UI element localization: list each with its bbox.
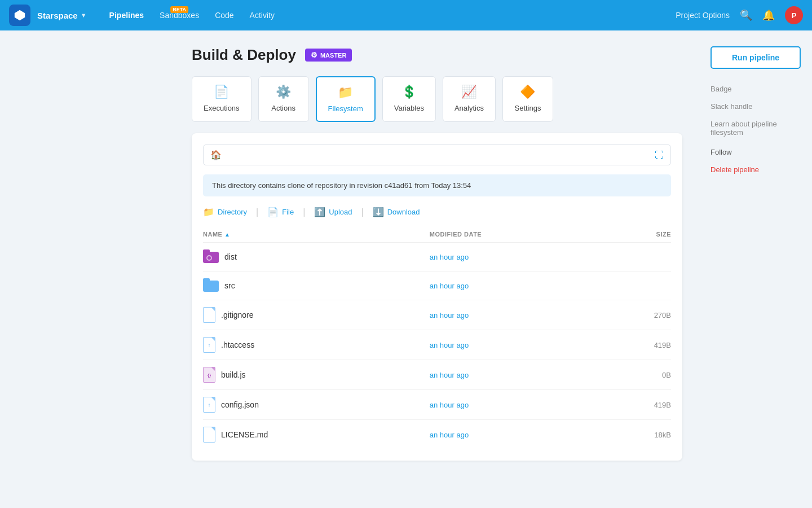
file-name: build.js [221, 370, 246, 379]
tab-variables[interactable]: 💲 Variables [382, 76, 436, 122]
tab-bar: 📄 Executions ⚙️ Actions 📁 Filesystem 💲 V… [192, 76, 682, 122]
sidebar-right: Run pipeline Badge Slack handle Learn ab… [699, 30, 812, 508]
tab-actions-label: Actions [271, 104, 295, 112]
file-modified: an hour ago [430, 243, 611, 271]
settings-icon: 🔶 [520, 85, 535, 99]
master-badge: ⚙ MASTER [305, 49, 352, 62]
file-size: 419B [611, 390, 671, 420]
table-row[interactable]: .gitignore an hour ago270B [203, 300, 671, 330]
file-name: .htaccess [221, 340, 254, 349]
file-table: NAME ▲ MODIFIED DATE SIZE dist an hour [203, 226, 671, 449]
tab-settings-label: Settings [514, 104, 541, 112]
tab-executions-label: Executions [204, 104, 240, 112]
file-modified: an hour ago [430, 271, 611, 300]
file-name: config.json [221, 400, 259, 409]
beta-badge: BETA [170, 6, 188, 13]
file-name: dist [224, 252, 237, 261]
main-content: Build & Deploy ⚙ MASTER 📄 Executions ⚙️ … [175, 30, 699, 508]
tab-filesystem[interactable]: 📁 Filesystem [316, 76, 376, 122]
directory-icon: 📁 [203, 207, 214, 217]
file-button[interactable]: 📄 File [258, 207, 303, 217]
file-size [611, 243, 671, 271]
table-row[interactable]: LICENSE.md an hour ago18kB [203, 420, 671, 450]
page-title-area: Build & Deploy ⚙ MASTER [192, 46, 682, 64]
action-buttons: 📁 Directory | 📄 File | ⬆️ Upload | ⬇️ Do… [203, 207, 671, 217]
path-bar: 🏠 ⛶ [203, 144, 671, 165]
file-size: 419B [611, 330, 671, 360]
info-bar: This directory contains clone of reposit… [203, 174, 671, 196]
follow-link[interactable]: Follow [710, 148, 801, 156]
col-name[interactable]: NAME ▲ [203, 226, 430, 243]
file-name: src [224, 281, 235, 290]
tab-actions[interactable]: ⚙️ Actions [258, 76, 309, 122]
table-row[interactable]: dist an hour ago [203, 243, 671, 271]
sidebar-left [0, 30, 175, 508]
file-modified: an hour ago [430, 300, 611, 330]
table-row[interactable]: ↑ config.json an hour ago419B [203, 390, 671, 420]
run-pipeline-button[interactable]: Run pipeline [710, 46, 801, 69]
file-size: 270B [611, 300, 671, 330]
file-icon-licensemd [203, 427, 215, 443]
file-name: LICENSE.md [221, 430, 268, 439]
nav-sandboxes[interactable]: BETA Sandboxes [160, 11, 199, 20]
analytics-icon: 📈 [461, 85, 476, 99]
file-size: 18kB [611, 420, 671, 450]
project-options-link[interactable]: Project Options [676, 11, 730, 20]
tab-analytics-label: Analytics [454, 104, 484, 112]
file-icon: 📄 [267, 207, 279, 217]
search-icon[interactable]: 🔍 [740, 9, 752, 21]
actions-icon: ⚙️ [276, 85, 291, 99]
home-icon[interactable]: 🏠 [210, 150, 222, 160]
avatar[interactable]: P [785, 6, 803, 24]
page-title: Build & Deploy [192, 46, 296, 64]
upload-icon: ⬆️ [314, 207, 325, 217]
table-row[interactable]: {} build.js an hour ago0B [203, 360, 671, 390]
filesystem-icon: 📁 [338, 85, 353, 100]
svg-marker-0 [15, 10, 25, 20]
file-modified: an hour ago [430, 360, 611, 390]
bell-icon[interactable]: 🔔 [762, 9, 775, 21]
tab-analytics[interactable]: 📈 Analytics [443, 76, 496, 122]
file-icon-gitignore [203, 307, 215, 323]
file-icon-src [203, 278, 219, 293]
sort-arrow-icon: ▲ [224, 231, 230, 238]
app-logo[interactable] [9, 5, 30, 26]
learn-link[interactable]: Learn about pipeline filesystem [710, 120, 801, 137]
col-modified: MODIFIED DATE [430, 226, 611, 243]
file-size [611, 271, 671, 300]
table-row[interactable]: ↑ .htaccess an hour ago419B [203, 330, 671, 360]
table-row[interactable]: src an hour ago [203, 271, 671, 300]
file-modified: an hour ago [430, 330, 611, 360]
upload-button[interactable]: ⬆️ Upload [305, 207, 361, 217]
tab-settings[interactable]: 🔶 Settings [502, 76, 553, 122]
nav-links: Pipelines BETA Sandboxes Code Activity [109, 11, 676, 20]
col-size: SIZE [611, 226, 671, 243]
expand-icon[interactable]: ⛶ [655, 150, 664, 160]
tab-executions[interactable]: 📄 Executions [192, 76, 251, 122]
badge-link[interactable]: Badge [710, 85, 801, 93]
download-button[interactable]: ⬇️ Download [364, 207, 429, 217]
file-icon-configjson: ↑ [203, 397, 215, 413]
file-name: .gitignore [221, 310, 254, 319]
variables-icon: 💲 [401, 85, 417, 99]
file-modified: an hour ago [430, 390, 611, 420]
file-icon-htaccess: ↑ [203, 337, 215, 353]
download-icon: ⬇️ [373, 207, 384, 217]
file-modified: an hour ago [430, 420, 611, 450]
slack-handle-link[interactable]: Slack handle [710, 102, 801, 111]
delete-pipeline-link[interactable]: Delete pipeline [710, 165, 801, 174]
file-size: 0B [611, 360, 671, 390]
nav-pipelines[interactable]: Pipelines [109, 11, 144, 20]
tab-variables-label: Variables [394, 104, 424, 112]
page-layout: Build & Deploy ⚙ MASTER 📄 Executions ⚙️ … [0, 0, 812, 508]
nav-right: Project Options 🔍 🔔 P [676, 6, 803, 24]
directory-button[interactable]: 📁 Directory [203, 207, 256, 217]
tab-filesystem-label: Filesystem [328, 104, 363, 113]
brand[interactable]: Starspace ▼ [37, 11, 87, 20]
brand-chevron-icon: ▼ [81, 12, 87, 19]
executions-icon: 📄 [214, 85, 229, 99]
nav-activity[interactable]: Activity [250, 11, 275, 20]
top-navigation: Starspace ▼ Pipelines BETA Sandboxes Cod… [0, 0, 812, 30]
file-icon-dist [203, 249, 219, 264]
nav-code[interactable]: Code [215, 11, 233, 20]
